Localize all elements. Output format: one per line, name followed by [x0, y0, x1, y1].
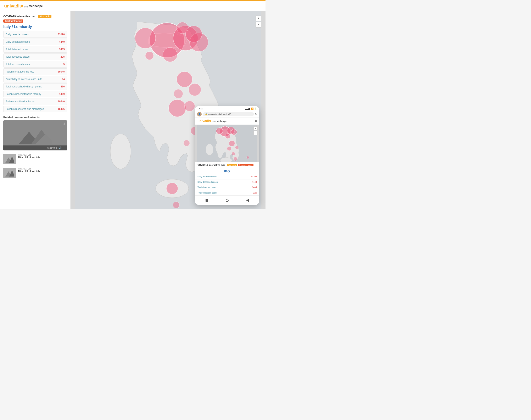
svg-point-21 [169, 99, 186, 117]
stat-value-7: 456 [61, 85, 65, 88]
phone-stat-value-0: 33190 [251, 176, 257, 178]
badge-treatment-tested[interactable]: Treatment tested [3, 19, 23, 23]
progress-fill [9, 148, 26, 148]
video-player[interactable]: ⬇ ⏸ 02:56/03:43 🔊 ⛶ [3, 120, 67, 150]
phone-badge-treatment[interactable]: Treatment tested [238, 164, 254, 166]
phone-logo-from: from [212, 120, 216, 122]
svg-point-22 [185, 101, 195, 111]
svg-point-41 [234, 157, 237, 161]
thumbnail-mountains-icon [5, 155, 14, 163]
covid-map-label: COVID-19 Interactive map [3, 15, 36, 18]
content-thumbnail-0 [3, 154, 16, 164]
content-item-1[interactable]: Meta / 02_List Title / h5 - Leaf title [3, 166, 67, 180]
fullscreen-icon[interactable]: ⛶ [63, 147, 65, 150]
svg-marker-6 [9, 170, 14, 177]
zoom-out-button[interactable]: − [256, 22, 261, 28]
stat-row-8: Patients under intensive therapy 1489 [3, 91, 67, 97]
stat-label-2: Total detected cases [6, 48, 28, 51]
content-item-0[interactable]: Meta / 02_List Title / h5 - Leaf title [3, 152, 67, 166]
svg-point-19 [189, 84, 201, 96]
phone-menu-icon[interactable]: ≡ [255, 119, 257, 123]
stat-label-1: Daily deceased cases [6, 40, 30, 43]
phone-avatar: 👤 [197, 112, 202, 117]
content-thumbnail-1 [3, 168, 16, 178]
phone-time: 17:12 [197, 107, 203, 110]
phone-stat-label-1: Daily deceased cases [197, 181, 218, 183]
phone-stat-label-3: Total deceased cases [197, 192, 217, 194]
phone-badge-view-topic[interactable]: View topic [227, 164, 237, 166]
phone-region-title: Italy [195, 168, 259, 174]
map-area[interactable]: + − 17:12 ▂▄▆ 📶 🔋 👤 🔒 www.univadis.fr/co… [70, 11, 265, 209]
svg-point-39 [232, 152, 235, 155]
logo-medscape: Medscape [29, 4, 43, 8]
svg-point-27 [166, 183, 178, 194]
svg-point-34 [216, 128, 223, 134]
phone-stat-row-2: Total detected cases 3405 [195, 185, 259, 190]
phone-nav-back-button[interactable] [244, 197, 250, 203]
stat-value-2: 3405 [59, 48, 65, 51]
stat-value-6: 64 [62, 78, 65, 81]
phone-nav-stop-button[interactable] [204, 197, 210, 203]
stat-label-4: Total recovered cases [6, 63, 30, 66]
phone-content: univadis from Medscape ≡ [195, 118, 259, 195]
phone-logo-medscape: Medscape [217, 120, 227, 122]
phone-nav-home-button[interactable] [224, 197, 230, 203]
stat-label-0: Daily detected cases [6, 33, 29, 36]
sidebar: COVID-19 Interactive map View topic Trea… [0, 11, 70, 209]
phone-zoom-in-button[interactable]: + [254, 126, 257, 131]
phone-map-zoom: + − [254, 126, 257, 135]
badge-view-topic[interactable]: View topic [38, 15, 51, 18]
stat-row-10: Patients recovered and discharged 15486 [3, 106, 67, 112]
header: univadis• from Medscape [0, 1, 265, 11]
video-mountains-icon [19, 128, 52, 144]
stat-row-1: Daily deceased cases 4440 [3, 39, 67, 45]
svg-point-9 [110, 134, 131, 169]
phone-stat-value-3: 225 [253, 192, 257, 194]
stat-row-7: Total hospitalized with symptoms 456 [3, 83, 67, 90]
stat-row-4: Total recovered cases 5 [3, 61, 67, 68]
phone-stat-row-1: Daily deceased cases 4440 [195, 180, 259, 185]
phone-stat-label-0: Daily detected cases [197, 176, 217, 178]
phone-refresh-icon[interactable]: ↻ [255, 113, 257, 116]
related-section: Related content on Univadis ⬇ ⏸ 02:56/03… [3, 116, 67, 180]
stop-icon [206, 199, 208, 202]
phone-url-bar[interactable]: 🔒 www.univadis.fr/covid-19 [203, 112, 254, 116]
stat-value-5: 35045 [58, 70, 65, 73]
stat-row-6: Availability of intensive care units 64 [3, 76, 67, 82]
phone-covid-header: COVID-19 Interactive map View topic Trea… [195, 162, 259, 168]
content-meta-1: Meta / 02_List [18, 168, 40, 170]
phone-stats-list: Daily detected cases 33190 Daily decease… [195, 174, 259, 195]
phone-zoom-out-button[interactable]: − [254, 131, 257, 135]
phone-stat-row-0: Daily detected cases 33190 [195, 174, 259, 180]
pause-icon[interactable]: ⏸ [5, 146, 8, 150]
logo-from-text: from [24, 6, 28, 9]
phone-nav-bar [195, 195, 259, 205]
sidebar-header: COVID-19 Interactive map View topic Trea… [3, 15, 67, 23]
stat-value-4: 5 [63, 63, 65, 66]
stat-row-0: Daily detected cases 33190 [3, 31, 67, 38]
stat-value-0: 33190 [58, 33, 65, 36]
stat-row-3: Total deceased cases 225 [3, 53, 67, 60]
volume-icon[interactable]: 🔊 [59, 147, 62, 150]
svg-point-24 [184, 140, 190, 146]
svg-point-42 [247, 156, 249, 159]
main-layout: COVID-19 Interactive map View topic Trea… [0, 11, 265, 209]
download-icon[interactable]: ⬇ [63, 122, 65, 125]
wifi-icon: 📶 [251, 107, 254, 110]
content-info-1: Meta / 02_List Title / h5 - Leaf title [18, 168, 40, 178]
video-time: 02:56/03:43 [47, 147, 57, 149]
svg-point-38 [227, 147, 231, 151]
content-title-1: Title / h5 - Leaf title [18, 170, 40, 173]
region-title: Italy / Lombardy [3, 25, 67, 29]
svg-point-35 [231, 129, 237, 135]
progress-bar[interactable] [9, 148, 46, 148]
phone-italy-map [195, 125, 259, 162]
stat-label-9: Patients confined at home [6, 100, 34, 103]
phone-map-preview[interactable]: + − [195, 125, 259, 162]
svg-marker-4 [9, 156, 14, 163]
svg-point-28 [173, 202, 180, 208]
zoom-in-button[interactable]: + [256, 15, 261, 21]
home-icon [226, 199, 229, 202]
back-icon [246, 199, 249, 202]
phone-stat-value-2: 3405 [252, 186, 257, 189]
